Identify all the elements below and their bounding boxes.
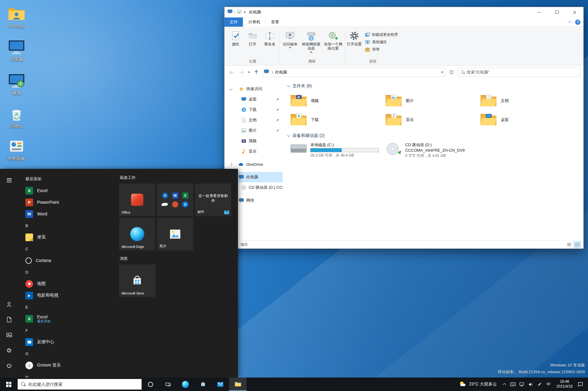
app-item-powerpoint[interactable]: PowerPoint — [18, 196, 119, 208]
desktop-icon-user-folder[interactable]: HuRong — [2, 6, 31, 28]
tab-computer[interactable]: 计算机 — [243, 17, 266, 27]
expand-menu-button[interactable] — [2, 174, 16, 187]
folders-section-header[interactable]: 文件夹 (6) — [288, 82, 583, 90]
ime-indicator[interactable]: 中 — [544, 382, 553, 387]
list-header-h[interactable]: H — [18, 371, 119, 378]
network-icon[interactable] — [518, 382, 526, 386]
nav-documents[interactable]: 文档 — [224, 115, 283, 125]
maximize-button[interactable] — [548, 7, 566, 17]
uninstall-button[interactable]: 卸载或更改程序 — [365, 32, 398, 37]
tile-group-browse[interactable]: 浏览 — [120, 254, 238, 263]
action-center-button[interactable] — [576, 382, 585, 387]
titlebar[interactable]: 此电脑 — [224, 7, 583, 17]
back-button[interactable] — [228, 68, 236, 76]
pictures-button[interactable] — [2, 328, 16, 341]
help-icon[interactable] — [575, 20, 580, 25]
tile-microsoft-store[interactable]: Microsoft Store — [119, 264, 155, 297]
qat-customize-caret-icon[interactable] — [243, 12, 246, 14]
desktop-icon-recycle-bin[interactable]: 回收站 — [2, 105, 31, 128]
nav-onedrive[interactable]: OneDrive — [224, 159, 283, 169]
start-button[interactable] — [0, 378, 17, 391]
folder-pictures[interactable]: 图片 — [383, 92, 476, 110]
list-header-b[interactable]: B — [18, 220, 119, 231]
search-input[interactable] — [467, 70, 577, 74]
address-dropdown-caret-icon[interactable] — [441, 72, 443, 74]
desktop-icon-this-pc[interactable]: 此电脑 — [2, 39, 31, 62]
nav-quick-access[interactable]: 快速访问 — [224, 84, 283, 94]
app-item-movies-tv[interactable]: 电影和电视 — [18, 290, 119, 301]
devices-section-header[interactable]: 设备和驱动器 (2) — [288, 131, 583, 140]
tile-group-productivity[interactable]: 高效工作 — [120, 173, 238, 182]
folder-videos[interactable]: 视频 — [288, 92, 381, 110]
app-item-groove-music[interactable]: Groove 音乐 — [18, 359, 119, 371]
taskbar-store-button[interactable] — [194, 378, 212, 391]
taskbar-edge-button[interactable] — [177, 378, 194, 391]
details-view-button[interactable] — [565, 241, 573, 248]
breadcrumb[interactable]: 此电脑 — [262, 68, 445, 77]
collapse-ribbon-icon[interactable] — [568, 21, 571, 24]
chevron-down-icon[interactable] — [229, 87, 232, 90]
recent-locations-caret-icon[interactable] — [248, 72, 250, 74]
weather-widget[interactable]: 23°C 大部多云 — [456, 382, 500, 387]
drive-c[interactable]: 本地磁盘 (C:) 26.3 GB 可用，共 49.4 GB — [288, 141, 381, 160]
nav-desktop[interactable]: 桌面 — [224, 94, 283, 104]
thumbnail-view-button[interactable] — [574, 241, 581, 248]
taskbar-search-input[interactable] — [28, 382, 138, 387]
taskbar-file-explorer-button[interactable] — [229, 378, 247, 391]
breadcrumb-location[interactable]: 此电脑 — [275, 70, 440, 75]
app-item-word[interactable]: Word — [18, 208, 119, 220]
qat-properties-icon[interactable] — [237, 9, 241, 15]
task-view-button[interactable] — [159, 378, 177, 391]
tile-mail[interactable]: 在一处查看所有邮件 邮件 — [195, 184, 231, 216]
tab-file[interactable]: 文件 — [224, 17, 243, 27]
up-button[interactable] — [252, 68, 260, 76]
minimize-button[interactable] — [530, 7, 548, 17]
drive-d-cd[interactable]: CD 驱动器 (D:) CCCOMA_X64FRE_ZH-CN_DV9 0 字节… — [383, 141, 476, 160]
taskbar-mail-button[interactable] — [212, 378, 229, 391]
properties-button[interactable]: 属性 — [228, 29, 243, 47]
folder-music[interactable]: 音乐 — [383, 111, 476, 129]
forward-button[interactable] — [238, 68, 246, 76]
refresh-button[interactable] — [447, 68, 456, 77]
open-settings-button[interactable]: 打开设置 — [346, 29, 362, 47]
nav-pictures[interactable]: 图片 — [224, 125, 283, 136]
map-network-drive-button[interactable]: 映射网络驱动器 — [301, 29, 322, 55]
taskbar-search[interactable] — [17, 379, 142, 390]
settings-button[interactable] — [2, 344, 16, 357]
folder-documents[interactable]: 文档 — [477, 92, 571, 110]
list-header-f[interactable]: F — [18, 325, 119, 336]
list-header-d[interactable]: D — [18, 266, 119, 278]
add-network-location-button[interactable]: 添加一个网络位置 — [323, 29, 344, 52]
desktop-icon-control-panel[interactable]: 控制面板 — [2, 138, 31, 161]
folder-downloads[interactable]: 下载 — [288, 111, 381, 129]
show-hidden-icons-chevron[interactable] — [503, 383, 506, 386]
power-button[interactable] — [2, 359, 16, 372]
documents-button[interactable] — [2, 313, 16, 326]
app-item-excel[interactable]: Excel — [18, 185, 119, 196]
rename-button[interactable]: 重命名 — [262, 29, 278, 47]
tile-office[interactable]: Office — [119, 184, 155, 216]
close-button[interactable] — [566, 7, 583, 17]
explorer-search[interactable] — [458, 68, 580, 77]
volume-icon[interactable] — [526, 382, 535, 386]
app-item-cortana[interactable]: Cortana — [18, 255, 119, 266]
manage-button[interactable]: 管理 — [365, 47, 398, 52]
open-button[interactable]: 打开 — [245, 29, 261, 47]
nav-downloads[interactable]: 下载 — [224, 104, 283, 115]
tile-photos[interactable]: 照片 — [157, 218, 193, 250]
tile-mail-live-icons[interactable] — [157, 184, 193, 216]
desktop-icon-network[interactable]: 网络 — [2, 72, 31, 95]
taskbar-clock[interactable]: 16:46 2021/4/15 — [553, 379, 576, 389]
list-header-g[interactable]: G — [18, 348, 119, 359]
breadcrumb-chevron-icon[interactable] — [271, 71, 273, 73]
access-media-button[interactable]: 访问媒体 — [281, 29, 300, 51]
cortana-button[interactable] — [142, 378, 159, 391]
folder-desktop[interactable]: 桌面 — [477, 111, 571, 129]
tab-view[interactable]: 查看 — [266, 17, 284, 27]
nav-videos[interactable]: 视频 — [224, 136, 283, 146]
app-item-feedback-hub[interactable]: 反馈中心 — [18, 336, 119, 348]
app-item-sticky-notes[interactable]: 便笺 — [18, 231, 119, 243]
user-account-button[interactable] — [2, 298, 16, 311]
list-header-e[interactable]: E — [18, 301, 119, 313]
chevron-right-icon[interactable] — [229, 163, 232, 166]
